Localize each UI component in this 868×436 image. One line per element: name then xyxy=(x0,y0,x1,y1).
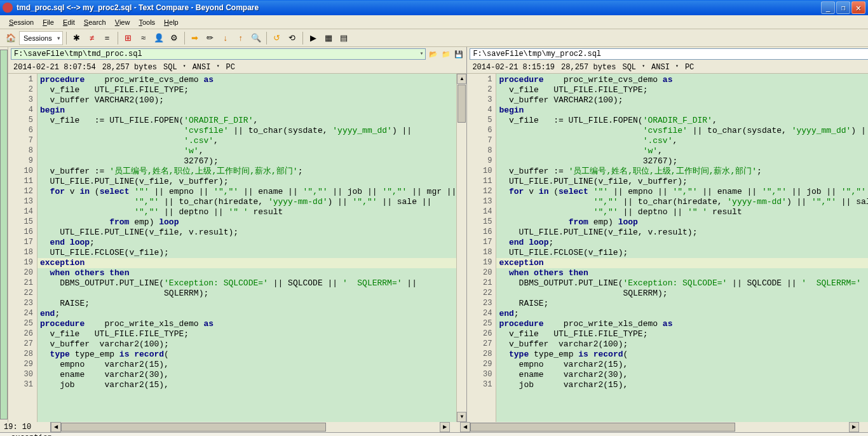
next-diff-button[interactable]: ↓ xyxy=(219,31,233,45)
hscroll-track-left[interactable] xyxy=(61,422,440,432)
left-gutter: 1234567891011121314151617181920212223242… xyxy=(8,74,37,422)
swap-button[interactable]: ↺ xyxy=(270,31,284,45)
layout2-button[interactable]: ▤ xyxy=(337,31,351,45)
right-path-input[interactable]: F:\saveFile\tmp\my_proc2.sql xyxy=(470,48,868,60)
left-pane: F:\saveFile\tmp\tmd_proc.sql 📂 📁 💾 2014-… xyxy=(8,47,467,422)
sessions-dropdown[interactable]: Sessions xyxy=(19,31,63,45)
right-pane: F:\saveFile\tmp\my_proc2.sql 📂 📁 💾 2014-… xyxy=(467,47,868,422)
rules-button[interactable]: 👤 xyxy=(152,31,166,45)
menu-session[interactable]: Session xyxy=(5,17,37,27)
titlebar: tmd_proc.sql <--> my_proc2.sql - Text Co… xyxy=(0,0,868,15)
hscroll-right2[interactable]: ▶ xyxy=(849,422,859,432)
right-format: PC xyxy=(685,63,694,72)
cursor-position: 19: 10 xyxy=(0,422,51,432)
left-status-row: 2014-02-21 8:07:54 28,257 bytes SQL ANSI… xyxy=(8,61,466,74)
layout-button[interactable]: ▦ xyxy=(322,31,336,45)
window-title: tmd_proc.sql <--> my_proc2.sql - Text Co… xyxy=(17,3,820,12)
diff-detail: ⇨exception ⇦exception ◀ ▶ xyxy=(0,432,868,436)
menu-tools[interactable]: Tools xyxy=(135,17,159,27)
edit-button[interactable]: ✏ xyxy=(203,31,217,45)
overview-map[interactable] xyxy=(0,50,8,419)
right-bytes: 28,257 bytes xyxy=(561,63,616,72)
left-vscroll[interactable]: ▲▼ xyxy=(456,74,466,422)
left-code[interactable]: procedure proc_write_cvs_demo as v_file … xyxy=(37,74,456,422)
diff-button[interactable]: ≠ xyxy=(85,31,99,45)
overview-strip[interactable] xyxy=(0,47,8,422)
right-status-row: 2014-02-21 8:15:19 28,257 bytes SQL ANSI… xyxy=(467,61,868,74)
hscroll-row: 19: 10 ◀ ▶ ◀ ▶ xyxy=(0,422,868,432)
copy-right-button[interactable]: ➡ xyxy=(188,31,202,45)
right-code[interactable]: procedure proc_write_cvs_demo as v_file … xyxy=(496,74,868,422)
menu-help[interactable]: Help xyxy=(160,17,182,27)
right-encoding[interactable]: ANSI xyxy=(651,63,679,72)
left-path-input[interactable]: F:\saveFile\tmp\tmd_proc.sql xyxy=(11,48,426,60)
minimize-button[interactable]: _ xyxy=(821,1,835,14)
left-bytes: 28,257 bytes xyxy=(102,63,157,72)
prev-diff-button[interactable]: ↑ xyxy=(234,31,248,45)
app-icon xyxy=(3,3,13,13)
browse-left-icon[interactable]: 📁 xyxy=(441,49,451,59)
menu-file[interactable]: File xyxy=(39,17,58,27)
all-button[interactable]: ✱ xyxy=(70,31,84,45)
menubar: Session File Edit Search View Tools Help xyxy=(0,15,868,29)
minor-button[interactable]: ≈ xyxy=(137,31,151,45)
menu-edit[interactable]: Edit xyxy=(59,17,79,27)
right-gutter: 1234567891011121314151617181920212223242… xyxy=(467,74,496,422)
maximize-button[interactable]: ❐ xyxy=(836,1,850,14)
hscroll-right[interactable]: ▶ xyxy=(440,422,450,432)
right-lang[interactable]: SQL xyxy=(622,63,645,72)
open-left-icon[interactable]: 📂 xyxy=(428,49,438,59)
left-lang[interactable]: SQL xyxy=(163,63,186,72)
hscroll-left[interactable]: ◀ xyxy=(51,422,61,432)
same-button[interactable]: = xyxy=(100,31,114,45)
hscroll-track-right[interactable] xyxy=(470,422,849,432)
left-format: PC xyxy=(226,63,234,72)
find-button[interactable]: 🔍 xyxy=(249,31,263,45)
menu-view[interactable]: View xyxy=(111,17,134,27)
menu-search[interactable]: Search xyxy=(80,17,110,27)
left-date: 2014-02-21 8:07:54 xyxy=(13,63,96,72)
diff-row-left: ⇨exception xyxy=(0,433,868,436)
main-area: F:\saveFile\tmp\tmd_proc.sql 📂 📁 💾 2014-… xyxy=(0,47,868,422)
right-date: 2014-02-21 8:15:19 xyxy=(472,63,555,72)
left-encoding[interactable]: ANSI xyxy=(193,63,220,72)
context-button[interactable]: ⊞ xyxy=(121,31,135,45)
close-button[interactable]: ✕ xyxy=(851,1,865,14)
reload-button[interactable]: ⟲ xyxy=(285,31,299,45)
toolbar: 🏠 Sessions ✱ ≠ = ⊞ ≈ 👤 ⚙ ➡ ✏ ↓ ↑ 🔍 ↺ ⟲ ▶… xyxy=(0,29,868,47)
format-button[interactable]: ⚙ xyxy=(167,31,181,45)
expand-button[interactable]: ▶ xyxy=(306,31,320,45)
save-left-icon[interactable]: 💾 xyxy=(454,49,464,59)
home-button[interactable]: 🏠 xyxy=(4,31,18,45)
hscroll-left2[interactable]: ◀ xyxy=(460,422,470,432)
